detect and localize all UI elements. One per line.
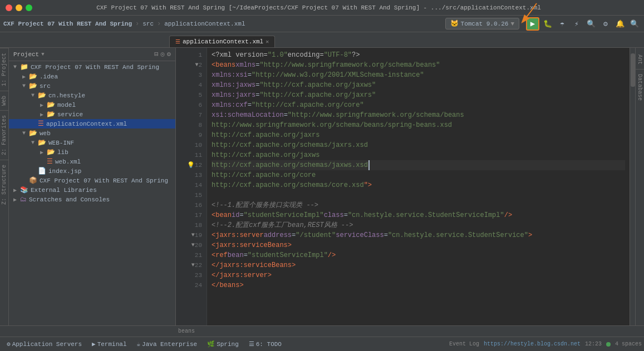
sidebar-tab-project[interactable]: 1: Project [0,48,8,91]
search-toolbar-button[interactable]: 🔍 [628,18,641,30]
xml-webxml-icon: ☰ [47,157,53,166]
code-area[interactable]: 1 ▼2 3 4 5 6 7 8 9 10 11 💡12 13 14 [176,48,635,325]
project-panel-actions: ⊟ ◎ ⚙ [154,50,171,58]
tree-item-extlibs[interactable]: ▶ 📚 External Libraries [9,185,175,195]
code-line-6: xmlns:cxf="http://cxf.apache.org/core" [212,100,625,110]
code-line-9: http://cxf.apache.org/jaxrs [212,130,625,140]
profile-icon: ⚡ [574,19,579,28]
code-line-13: http://cxf.apache.org/core [212,170,625,180]
tree-item-lib[interactable]: ▶ 📂 lib [9,147,175,157]
notifications-button[interactable]: 🔔 [614,18,626,30]
ant-tab[interactable]: Ant [636,50,644,70]
tree-item-cxfmodule[interactable]: 📦 CXF Project 07 With REST And Spring [9,176,175,185]
maximize-button[interactable] [26,4,32,11]
code-line-17: <bean id="studentServiceImpl" class="cn.… [212,210,625,220]
tree-item-webinf[interactable]: ▼ 📂 WEB-INF [9,138,175,147]
coverage-icon: ☂ [560,19,564,28]
tree-item-lib-label: lib [57,149,68,156]
tree-item-webxml[interactable]: ☰ web.xml [9,157,175,166]
profile-button[interactable]: ⚡ [571,18,583,30]
tree-arrow-cnhestyle: ▼ [31,92,38,98]
tree-item-service[interactable]: ▶ 📂 service [9,110,175,119]
tree-item-src[interactable]: ▼ 📂 src [9,81,175,91]
code-line-22: </jaxrs:serviceBeans> [212,260,625,270]
folder-service-icon: 📂 [47,110,55,118]
project-panel-title[interactable]: Project ▼ [13,51,45,58]
terminal-button[interactable]: ▶ Terminal [87,339,131,349]
dropdown-arrow-icon: ▼ [510,21,514,27]
tree-arrow-idea: ▶ [22,73,29,80]
website-link[interactable]: https://hestyle.blog.csdn.net [484,341,581,347]
tree-item-indexjsp[interactable]: 📄 index.jsp [9,166,175,176]
code-line-10: http://cxf.apache.org/schemas/jaxrs.xsd [212,140,625,150]
sidebar-tab-favorites[interactable]: 2: Favorites [0,110,8,160]
tree-item-model[interactable]: ▶ 📂 model [9,100,175,110]
folder-idea-icon: 📂 [29,72,37,81]
run-config-label: Tomcat 9.0.26 [461,21,509,27]
java-enterprise-label: Java Enterprise [142,341,197,348]
app-servers-button[interactable]: ⚙ Application Servers [2,339,86,349]
extlibs-icon: 📚 [20,186,28,194]
tab-close-icon[interactable]: ✕ [266,38,269,45]
java-enterprise-button[interactable]: ☕ Java Enterprise [132,339,201,349]
tree-root[interactable]: ▼ 📁 CXF Project 07 With REST And Spring [9,62,175,72]
settings-icon: ⚙ [603,19,608,28]
window-controls [6,4,32,11]
panel-settings-icon[interactable]: ⚙ [167,50,171,58]
coverage-button[interactable]: ☂ [556,18,568,30]
tree-item-model-label: model [57,102,76,108]
event-log-link[interactable]: Event Log [449,341,479,347]
tab-label: applicationContext.xml [183,38,263,45]
search-icon: 🔍 [587,19,596,28]
tree-arrow-lib: ▶ [40,149,47,156]
sidebar-tab-structure[interactable]: Z: Structure [0,160,8,209]
todo-button[interactable]: ☰ 6: TODO [244,339,286,349]
editor-tab-active[interactable]: ☰ applicationContext.xml ✕ [169,36,275,47]
code-line-23: </jaxrs:server> [212,270,625,280]
folder-webinf-icon: 📂 [38,139,46,147]
vertical-scrollbar[interactable] [630,48,635,325]
database-tab[interactable]: Database [636,70,644,105]
project-icon: 📁 [20,63,28,71]
project-panel: Project ▼ ⊟ ◎ ⚙ ▼ 📁 CXF Project 07 With … [9,48,176,325]
settings-button[interactable]: ⚙ [599,18,612,30]
scroll-from-source-icon[interactable]: ◎ [161,50,165,58]
code-line-15 [212,190,625,200]
sep2: › [157,20,161,28]
tree-arrow-root: ▼ [13,64,20,70]
sep1: › [135,20,139,28]
project-title-label: Project [13,51,39,58]
run-config-selector[interactable]: 🐱 Tomcat 9.0.26 ▼ [445,18,519,29]
tree-item-scratches[interactable]: ▶ 🗂 Scratches and Consoles [9,195,175,204]
debug-button[interactable]: 🐛 [542,18,554,30]
tomcat-icon: 🐱 [450,19,459,28]
tree-item-cnhestyle[interactable]: ▼ 📂 cn.hestyle [9,91,175,100]
spring-label: Spring [217,341,239,348]
tree-item-idea[interactable]: ▶ 📂 .idea [9,72,175,81]
status-breadcrumb: beans [178,328,195,334]
folder-model-icon: 📂 [47,101,55,109]
spaces-indicator[interactable]: 4 spaces [615,341,642,347]
tree-arrow-service: ▶ [40,111,47,118]
folder-web-icon: 📂 [29,129,37,137]
code-line-3: xmlns:xsi="http://www.w3.org/2001/XMLSch… [212,70,625,80]
collapse-all-icon[interactable]: ⊟ [154,50,158,58]
close-button[interactable] [6,4,12,11]
terminal-icon: ▶ [92,340,96,348]
breadcrumb-file: applicationContext.xml [164,21,245,27]
search-everywhere-button[interactable]: 🔍 [585,18,597,30]
folder-lib-icon: 📂 [47,148,55,156]
sidebar-tab-web[interactable]: Web [0,91,8,110]
breadcrumb-bar: beans [0,325,644,337]
spring-button[interactable]: 🌿 Spring [203,339,243,349]
tree-root-label: CXF Project 07 With REST And Spring [31,64,159,71]
tree-item-web[interactable]: ▼ 📂 web [9,128,175,138]
tree-item-appcontext[interactable]: ☰ applicationContext.xml [9,119,175,128]
minimize-button[interactable] [16,4,22,11]
file-tree: ▼ 📁 CXF Project 07 With REST And Spring … [9,61,175,325]
line-numbers-gutter: 1 ▼2 3 4 5 6 7 8 9 10 11 💡12 13 14 [176,48,207,325]
app-servers-label: Application Servers [12,341,82,348]
run-button[interactable]: ▶ [526,17,539,31]
code-content[interactable]: <?xml version="1.0" encoding="UTF-8"?> <… [207,48,630,325]
xml-file-icon: ☰ [175,38,180,45]
